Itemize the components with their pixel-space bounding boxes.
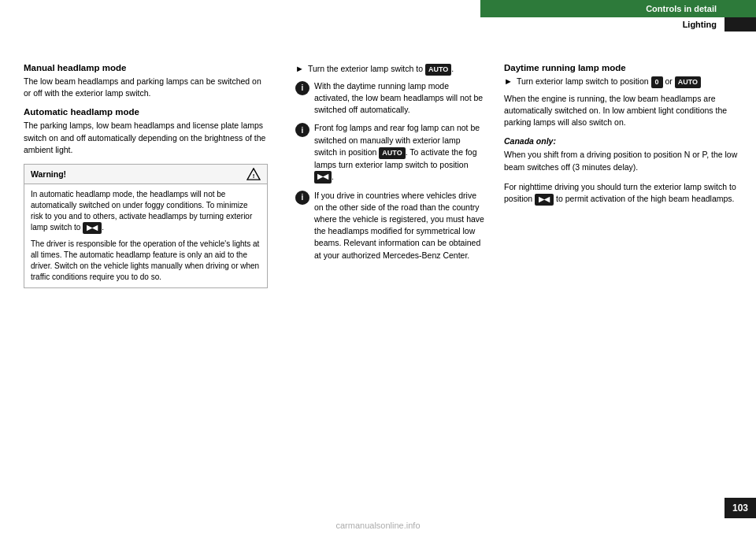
warning-para1: In automatic headlamp mode, the headlamp… <box>31 189 261 234</box>
middle-info-text1: With the daytime running lamp mode activ… <box>314 80 484 117</box>
right-column: Daytime running lamp mode ► Turn exterio… <box>496 63 756 534</box>
auto-headlamp-heading: Automatic headlamp mode <box>24 107 268 117</box>
controls-detail-label: Controls in detail <box>646 4 717 13</box>
middle-arrow-item1: ► Turn the exterior lamp switch to AUTO. <box>295 63 484 76</box>
info-icon-2: i <box>295 123 309 137</box>
middle-info-text3: If you drive in countries where vehicles… <box>314 190 484 261</box>
warning-triangle-icon: ! <box>246 168 261 180</box>
manual-headlamp-text: The low beam headlamps and parking lamps… <box>24 76 268 99</box>
arrow-bullet-1: ► <box>295 64 304 73</box>
info-icon-1: i <box>295 81 309 95</box>
middle-info-text2: Front fog lamps and rear fog lamp can no… <box>314 122 484 183</box>
badge-auto-1: AUTO <box>425 64 451 76</box>
canada-heading: Canada only: <box>504 136 744 146</box>
badge-headlamp: ▶◀ <box>83 222 102 234</box>
warning-text1: In automatic headlamp mode, the headlamp… <box>31 190 252 232</box>
header-area: Controls in detail Lighting <box>441 0 756 32</box>
lighting-label: Lighting <box>667 17 724 32</box>
arrow-bullet-right1: ► <box>504 76 513 86</box>
warning-body: In automatic headlamp mode, the headlamp… <box>24 184 267 287</box>
lighting-bar: Lighting <box>480 17 756 32</box>
middle-info3: i If you drive in countries where vehicl… <box>295 190 484 261</box>
right-arrow-item1: ► Turn exterior lamp switch to position … <box>504 76 744 88</box>
canada-text: When you shift from a driving position t… <box>504 149 744 172</box>
svg-text:!: ! <box>253 172 255 180</box>
info-icon-3: i <box>295 191 309 205</box>
middle-info1: i With the daytime running lamp mode act… <box>295 80 484 117</box>
daytime-heading: Daytime running lamp mode <box>504 63 744 72</box>
nighttime-suffix: to permit activation of the high beam he… <box>556 194 734 203</box>
lighting-block <box>724 17 756 32</box>
middle-info2: i Front fog lamps and rear fog lamp can … <box>295 122 484 183</box>
warning-title: Warning! <box>31 169 66 179</box>
warning-box: Warning! ! In automatic headlamp mode, t… <box>24 164 268 288</box>
watermark: carmanualsonline.info <box>335 521 420 530</box>
left-column: Manual headlamp mode The low beam headla… <box>0 63 284 534</box>
right-para1: When the engine is running, the low beam… <box>504 93 744 129</box>
page-number: 103 <box>724 498 756 518</box>
badge-pos-1: ▶◀ <box>314 171 332 183</box>
badge-headlamp-night: ▶◀ <box>535 194 554 206</box>
right-arrow-text1: Turn exterior lamp switch to position 0 … <box>517 76 701 88</box>
manual-headlamp-heading: Manual headlamp mode <box>24 63 268 72</box>
page-container: Controls in detail Lighting Manual headl… <box>0 0 756 534</box>
warning-para2: The driver is responsible for the operat… <box>31 239 261 283</box>
main-content: Manual headlamp mode The low beam headla… <box>0 63 756 534</box>
warning-header: Warning! ! <box>24 165 267 184</box>
badge-auto-2: AUTO <box>379 147 405 159</box>
nighttime-text: For nighttime driving you should turn th… <box>504 181 744 206</box>
controls-detail-bar: Controls in detail <box>480 0 756 17</box>
badge-zero-1: 0 <box>651 76 663 88</box>
warning-period1: . <box>102 223 104 232</box>
middle-column: ► Turn the exterior lamp switch to AUTO.… <box>284 63 496 534</box>
middle-arrow-text1: Turn the exterior lamp switch to AUTO. <box>308 63 454 76</box>
auto-headlamp-text: The parking lamps, low beam headlamps an… <box>24 120 268 156</box>
badge-auto-3: AUTO <box>675 76 701 88</box>
